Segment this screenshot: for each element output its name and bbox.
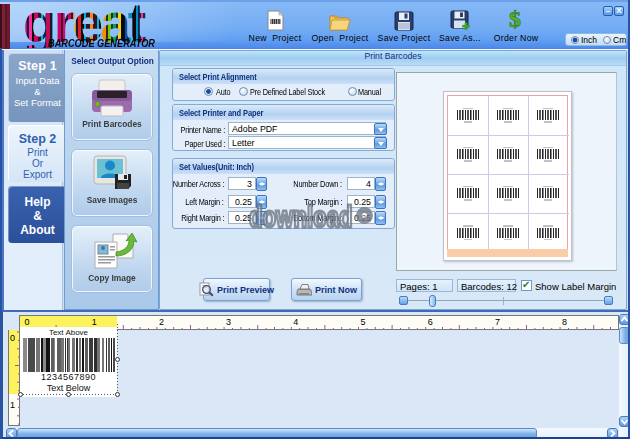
svg-text:7: 7	[495, 317, 500, 327]
svg-text:6: 6	[428, 317, 433, 327]
svg-text:1: 1	[92, 317, 97, 327]
svg-text:$: $	[509, 8, 521, 31]
svg-text:3: 3	[226, 317, 231, 327]
svg-text:0: 0	[10, 333, 15, 343]
svg-text:1: 1	[10, 400, 15, 410]
svg-text:8: 8	[562, 317, 567, 327]
svg-text:5: 5	[361, 317, 366, 327]
svg-text:0: 0	[25, 317, 30, 327]
svg-text:4: 4	[293, 317, 298, 327]
svg-text:2: 2	[159, 317, 164, 327]
